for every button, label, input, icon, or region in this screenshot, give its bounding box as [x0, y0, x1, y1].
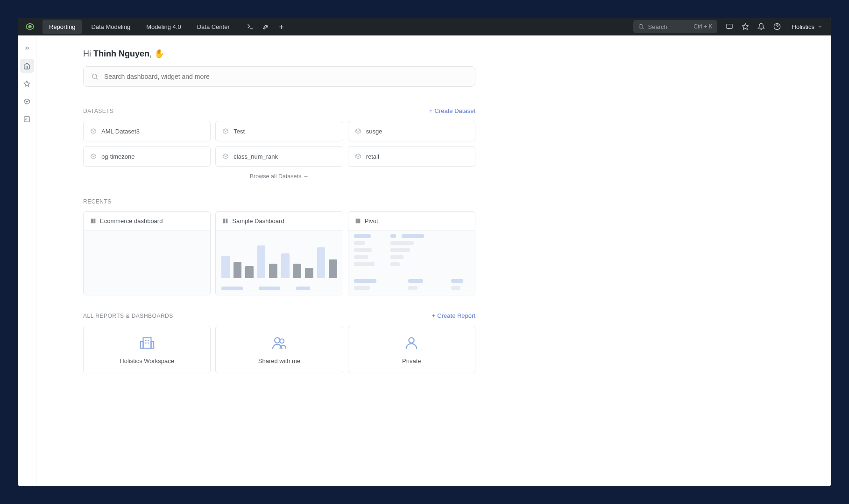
greeting: Hi Thinh Nguyen, ✋ — [83, 49, 475, 59]
svg-rect-30 — [143, 337, 151, 348]
svg-rect-28 — [355, 221, 357, 223]
create-dataset-label: Create Dataset — [435, 107, 475, 114]
tab-modeling-4[interactable]: Modeling 4.0 — [140, 20, 187, 34]
cube-icon — [222, 128, 229, 134]
recent-label: Sample Dashboard — [232, 217, 284, 224]
tab-data-modeling[interactable]: Data Modeling — [85, 20, 137, 34]
svg-line-6 — [642, 28, 644, 29]
folder-label: Holistics Workspace — [120, 357, 174, 364]
svg-point-5 — [639, 24, 643, 28]
create-dataset-button[interactable]: + Create Dataset — [429, 107, 475, 114]
svg-marker-1 — [28, 25, 32, 28]
svg-rect-19 — [93, 219, 95, 221]
create-report-button[interactable]: + Create Report — [432, 312, 475, 319]
svg-rect-26 — [355, 219, 357, 221]
recent-label: Pivot — [365, 217, 378, 224]
page-search-input[interactable] — [104, 73, 467, 80]
sidebar-favorites[interactable] — [20, 77, 34, 91]
cube-icon — [90, 128, 97, 134]
svg-point-16 — [92, 74, 97, 78]
svg-rect-32 — [151, 342, 154, 348]
cube-icon — [90, 153, 97, 160]
preview-chart — [216, 230, 342, 295]
svg-rect-21 — [93, 221, 95, 223]
app-logo[interactable] — [25, 21, 35, 32]
svg-rect-20 — [91, 221, 93, 223]
cube-icon — [355, 128, 361, 134]
star-icon[interactable] — [742, 23, 749, 30]
dashboard-icon — [355, 218, 361, 224]
dataset-card[interactable]: class_num_rank — [215, 146, 343, 167]
svg-rect-18 — [91, 219, 93, 221]
svg-point-39 — [409, 337, 414, 343]
tab-label: Modeling 4.0 — [146, 23, 181, 30]
search-placeholder: Search — [648, 23, 667, 30]
folder-shared[interactable]: Shared with me — [215, 326, 343, 373]
dashboard-icon — [222, 218, 228, 224]
folder-workspace[interactable]: Holistics Workspace — [83, 326, 211, 373]
building-icon — [139, 335, 156, 353]
preview-pivot — [348, 230, 475, 295]
sidebar-reports[interactable] — [20, 112, 34, 126]
dataset-label: pg-timezone — [101, 153, 135, 160]
top-nav-tabs: Reporting Data Modeling Modeling 4.0 Dat… — [42, 20, 236, 34]
svg-point-38 — [280, 339, 284, 343]
cube-icon — [355, 153, 361, 160]
user-icon — [403, 335, 419, 353]
left-sidebar — [18, 35, 36, 486]
dataset-label: class_num_rank — [233, 153, 278, 160]
recent-label: Ecommerce dashboard — [100, 217, 163, 224]
sidebar-datasets[interactable] — [20, 94, 34, 108]
folder-private[interactable]: Private — [348, 326, 475, 373]
folders-grid: Holistics Workspace Shared with me Priva… — [83, 326, 475, 373]
folder-label: Shared with me — [258, 357, 300, 364]
dataset-label: retail — [366, 153, 379, 160]
recent-card-ecommerce[interactable]: Ecommerce dashboard — [83, 211, 211, 295]
svg-marker-11 — [24, 81, 30, 86]
chat-icon[interactable] — [726, 23, 733, 30]
sidebar-home[interactable] — [20, 59, 34, 73]
svg-marker-8 — [742, 23, 748, 29]
search-icon — [91, 73, 99, 80]
greeting-name: Thinh Nguyen — [93, 49, 149, 58]
tab-reporting[interactable]: Reporting — [42, 20, 82, 34]
plus-icon[interactable] — [278, 23, 285, 30]
preview-placeholder — [84, 230, 210, 295]
browse-datasets-link[interactable]: Browse all Datasets → — [83, 173, 475, 180]
page-search[interactable] — [83, 66, 475, 87]
dataset-card[interactable]: pg-timezone — [83, 146, 211, 167]
global-search[interactable]: Search Ctrl + K — [633, 20, 717, 33]
wave-emoji: ✋ — [154, 49, 164, 58]
topbar: Reporting Data Modeling Modeling 4.0 Dat… — [18, 18, 831, 35]
recent-card-pivot[interactable]: Pivot — [348, 211, 475, 295]
svg-rect-22 — [223, 219, 225, 221]
svg-rect-27 — [358, 219, 360, 221]
recent-card-sample[interactable]: Sample Dashboard — [215, 211, 343, 295]
cube-icon — [222, 153, 229, 160]
tab-label: Data Center — [197, 23, 230, 30]
greeting-pre: Hi — [83, 49, 93, 58]
dataset-card[interactable]: retail — [348, 146, 475, 167]
dataset-card[interactable]: susge — [348, 121, 475, 141]
help-icon[interactable] — [773, 23, 781, 30]
dashboard-icon — [90, 218, 96, 224]
datasets-title: DATASETS — [83, 108, 114, 114]
create-report-label: Create Report — [437, 312, 475, 319]
chevron-down-icon — [817, 24, 823, 29]
search-shortcut: Ctrl + K — [693, 23, 712, 30]
tab-label: Data Modeling — [91, 23, 130, 30]
tab-data-center[interactable]: Data Center — [191, 20, 236, 34]
wrench-icon[interactable] — [262, 23, 269, 30]
main-content: Hi Thinh Nguyen, ✋ DATASETS + Create Dat… — [36, 35, 831, 486]
recents-title: RECENTS — [83, 198, 112, 205]
user-menu[interactable]: Holistics — [792, 23, 823, 30]
dataset-card[interactable]: AML Dataset3 — [83, 121, 211, 141]
bell-icon[interactable] — [757, 23, 765, 30]
dataset-label: AML Dataset3 — [101, 128, 140, 135]
dataset-label: Test — [233, 128, 245, 135]
browse-label: Browse all Datasets → — [250, 173, 309, 180]
dataset-card[interactable]: Test — [215, 121, 343, 141]
svg-rect-24 — [223, 221, 225, 223]
sidebar-expand[interactable] — [20, 41, 34, 55]
terminal-icon[interactable] — [247, 23, 254, 30]
